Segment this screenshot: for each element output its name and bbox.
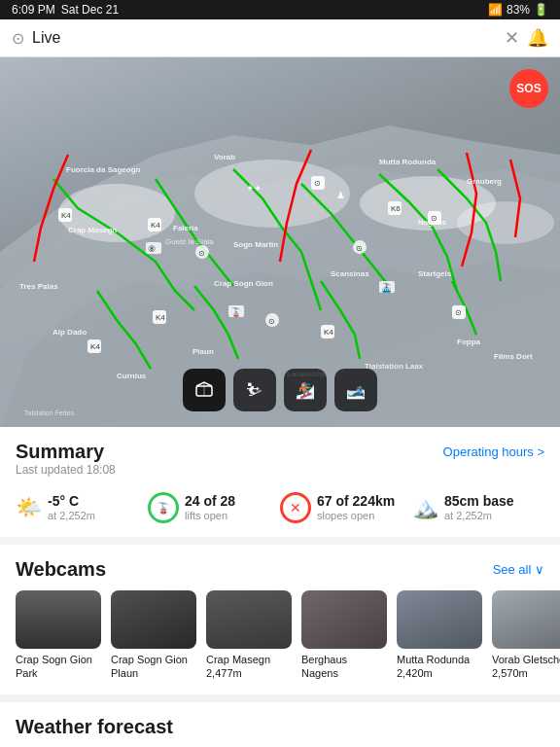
map-ski-slopes-button[interactable]: ⛷ (233, 369, 276, 411)
temperature-stat: 🌤️ -5° C at 2,252m (16, 493, 148, 522)
svg-text:✦✦: ✦✦ (246, 183, 262, 194)
svg-text:Sogn Martin: Sogn Martin (233, 240, 278, 249)
svg-text:K4: K4 (90, 342, 100, 351)
svg-text:⊙: ⊙ (455, 308, 462, 317)
snow-depth-value: 85cm base (444, 493, 514, 510)
svg-text:Tres Palas: Tres Palas (19, 282, 58, 291)
svg-text:Fuorcla da Sageogn: Fuorcla da Sageogn (66, 165, 141, 174)
operating-hours-link[interactable]: Operating hours > (443, 445, 544, 459)
webcam-thumbnail (397, 590, 482, 649)
svg-text:Crap Sogn Gion: Crap Sogn Gion (214, 279, 273, 288)
snow-altitude: at 2,252m (444, 510, 514, 522)
svg-text:K4: K4 (61, 211, 71, 220)
webcam-thumbnail (16, 590, 101, 649)
slopes-circle-icon: ✕ (280, 492, 311, 523)
last-updated-label: Last updated 18:08 (16, 463, 116, 477)
svg-text:Scansinas: Scansinas (331, 269, 369, 278)
status-date: Sat Dec 21 (61, 3, 119, 17)
webcam-label: Vorab Gletscher 2,570m (492, 653, 560, 681)
search-bar: ⊙ ✕ 🔔 (0, 19, 560, 57)
ski-icon: ⛷ (246, 380, 263, 401)
svg-text:🚡: 🚡 (230, 306, 242, 318)
status-time: 6:09 PM (12, 3, 55, 17)
webcam-label: Crap Sogn Gion Plaun (111, 653, 196, 681)
webcam-item[interactable]: Mutta Rodunda 2,420m (397, 590, 482, 681)
svg-text:Crap Masegn: Crap Masegn (68, 226, 117, 234)
snowboard-icon: 🏂 (296, 381, 315, 400)
weather-section: Weather forecast Laax Murschetg More > S… (0, 702, 560, 747)
svg-point-4 (194, 160, 350, 228)
map-controls: ⛷ 🏂 🎿 (183, 369, 377, 411)
map-container[interactable]: Fuorcla da Sageogn Vorab Mutta Rodunda G… (0, 57, 560, 427)
webcam-thumbnail (206, 590, 292, 649)
webcams-section: Webcams See all ∨ Crap Sogn Gion Park Cr… (0, 545, 560, 702)
webcam-thumbnail (492, 590, 560, 649)
svg-text:⊙: ⊙ (431, 214, 438, 223)
lifts-value: 24 of 28 (185, 493, 235, 510)
svg-text:Grauberg: Grauberg (467, 177, 502, 186)
svg-text:Talstation Fettes: Talstation Fettes (24, 409, 74, 416)
webcam-item[interactable]: Crap Masegn 2,477m (206, 590, 292, 681)
svg-text:Alp Dado: Alp Dado (52, 328, 87, 337)
battery-level: 83% (507, 3, 530, 17)
summary-section: Summary Last updated 18:08 Operating hou… (0, 427, 560, 545)
weather-title: Weather forecast (16, 716, 544, 738)
temp-altitude: at 2,252m (48, 510, 95, 522)
svg-text:Vorab: Vorab (214, 153, 235, 161)
location-icon: ⊙ (12, 29, 24, 48)
notification-bell-icon[interactable]: 🔔 (527, 27, 548, 49)
lifts-circle-icon: 🚡 (148, 492, 179, 523)
wifi-icon: 📶 (488, 3, 503, 17)
snow-mountain-icon: 🏔️ (412, 495, 438, 520)
svg-text:⑧: ⑧ (148, 244, 156, 254)
webcam-item[interactable]: Vorab Gletscher 2,570m (492, 590, 560, 681)
svg-text:🚠: 🚠 (381, 282, 393, 294)
weather-partly-cloudy-icon: 🌤️ (16, 495, 42, 520)
summary-title: Summary (16, 441, 116, 463)
svg-text:K6: K6 (391, 204, 401, 213)
map-view-3d-button[interactable] (183, 369, 226, 411)
webcam-item[interactable]: Crap Sogn Gion Park (16, 590, 101, 681)
svg-text:Curnius: Curnius (117, 372, 147, 380)
status-bar: 6:09 PM Sat Dec 21 📶 83% 🔋 (0, 0, 560, 19)
svg-text:K4: K4 (151, 221, 160, 230)
svg-text:⊙: ⊙ (198, 249, 205, 258)
webcam-label: Mutta Rodunda 2,420m (397, 653, 482, 681)
webcam-item[interactable]: Berghaus Nagens (301, 590, 387, 681)
webcam-label: Berghaus Nagens (301, 653, 387, 681)
lifts-stat: 🚡 24 of 28 lifts open (148, 492, 280, 523)
svg-text:K4: K4 (156, 313, 165, 322)
slopes-label: slopes open (317, 510, 395, 522)
webcam-thumbnail (111, 590, 196, 649)
freestyle-icon: 🎿 (346, 381, 366, 400)
svg-text:Guest la Siala: Guest la Siala (165, 237, 214, 246)
svg-text:K4: K4 (324, 328, 333, 337)
svg-text:⊙: ⊙ (268, 317, 275, 326)
lifts-label: lifts open (185, 510, 235, 522)
search-input[interactable] (32, 29, 497, 47)
webcam-label: Crap Sogn Gion Park (16, 653, 101, 681)
slopes-stat: ✕ 67 of 224km slopes open (280, 492, 412, 523)
svg-text:Foppa: Foppa (457, 338, 481, 346)
battery-icon: 🔋 (534, 3, 548, 17)
map-freestyle-button[interactable]: 🎿 (334, 369, 377, 411)
see-all-webcams-link[interactable]: See all ∨ (493, 562, 544, 577)
svg-text:Startgels: Startgels (418, 269, 452, 278)
svg-text:⊙: ⊙ (314, 179, 321, 188)
webcam-item[interactable]: Crap Sogn Gion Plaun (111, 590, 196, 681)
webcams-title: Webcams (16, 558, 106, 581)
webcams-scroll[interactable]: Crap Sogn Gion Park Crap Sogn Gion Plaun… (16, 590, 560, 681)
svg-text:Mutta Rodunda: Mutta Rodunda (379, 158, 437, 166)
svg-text:Films Dort: Films Dort (494, 352, 533, 361)
temp-value: -5° C (48, 493, 95, 510)
sos-button[interactable]: SOS (509, 69, 548, 108)
webcam-thumbnail (301, 590, 387, 649)
svg-text:Faleria: Faleria (173, 224, 198, 232)
map-snowboard-button[interactable]: 🏂 (284, 369, 327, 411)
webcam-label: Crap Masegn 2,477m (206, 653, 292, 681)
3d-icon (192, 378, 216, 402)
snow-stat: 🏔️ 85cm base at 2,252m (412, 493, 544, 522)
clear-icon[interactable]: ✕ (505, 27, 519, 49)
svg-text:♟: ♟ (336, 190, 345, 200)
svg-text:Plaun: Plaun (192, 347, 214, 356)
